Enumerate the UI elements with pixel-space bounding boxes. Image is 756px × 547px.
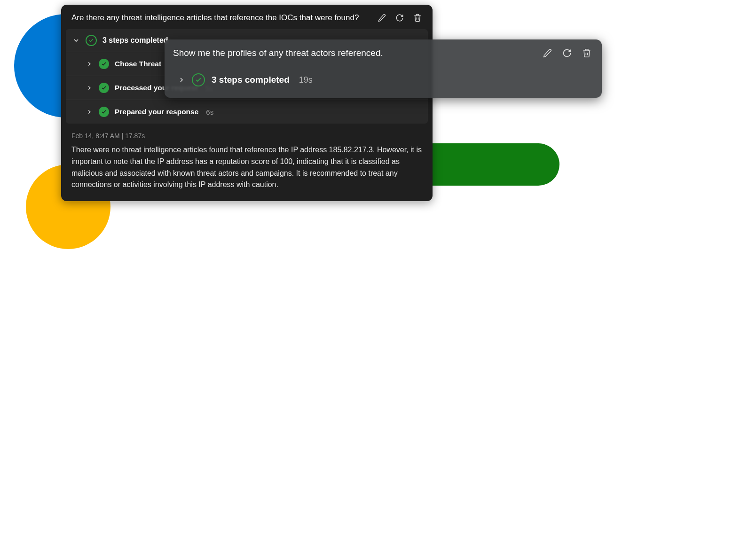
step-label: Chose Threat [115,60,161,68]
steps-summary-label: 3 steps completed [102,36,168,45]
refresh-icon[interactable] [562,48,572,58]
step-time: 6s [206,108,213,116]
header-actions [377,13,422,23]
chevron-right-icon [178,76,185,84]
check-circle-icon [86,35,97,46]
overlay-steps-summary-row[interactable]: 3 steps completed 19s [165,62,602,93]
check-circle-icon [99,59,109,69]
delete-icon[interactable] [413,13,422,23]
chevron-down-icon [72,37,80,44]
chat-card-main: Are there any threat intelligence articl… [61,5,433,201]
response-body: There were no threat intelligence articl… [61,143,433,201]
question-text: Are there any threat intelligence articl… [71,13,359,23]
chevron-right-icon [86,84,93,92]
overlay-question-text: Show me the profiles of any threat actor… [173,48,383,58]
check-circle-icon [99,83,109,93]
delete-icon[interactable] [582,48,591,58]
refresh-icon[interactable] [395,13,404,23]
check-circle-icon [99,107,109,117]
step-label: Prepared your response [115,108,198,116]
overlay-steps-time: 19s [299,75,313,85]
overlay-actions [543,48,591,58]
check-circle-icon [192,73,205,86]
response-timestamp: Feb 14, 8:47 AM | 17.87s [61,124,433,143]
chevron-right-icon [86,60,93,68]
step-row[interactable]: Prepared your response 6s [66,100,428,124]
chat-card-overlay: Show me the profiles of any threat actor… [165,39,602,98]
overlay-header: Show me the profiles of any threat actor… [165,39,602,62]
edit-icon[interactable] [543,48,552,58]
chevron-right-icon [86,108,93,116]
card-header: Are there any threat intelligence articl… [61,5,433,29]
edit-icon[interactable] [377,13,386,23]
overlay-steps-summary-label: 3 steps completed [212,75,290,85]
